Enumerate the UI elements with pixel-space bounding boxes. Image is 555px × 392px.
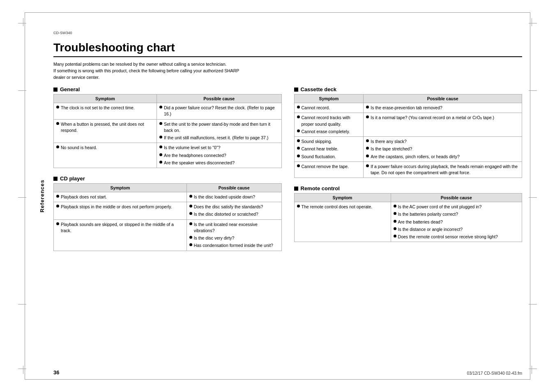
table-row: Cannot record. Is the erase-prevention t…: [294, 103, 522, 113]
bullet-icon: [159, 136, 162, 138]
bullet-icon: [159, 161, 162, 164]
cassette-cause-3: Is there any slack? Is the tape stretche…: [364, 137, 522, 162]
bullet-icon: [189, 212, 192, 215]
general-table: Symptom Possible cause The clock is not …: [53, 94, 282, 168]
bullet-icon: [56, 222, 59, 225]
bullet-icon: [366, 106, 369, 108]
bullet-icon: [366, 154, 369, 157]
remote-section: Remote control Symptom Possible cause: [294, 185, 523, 242]
bullet-icon: [189, 195, 192, 198]
border-bottom: [25, 379, 530, 380]
border-left: [25, 12, 25, 380]
remote-icon: [294, 187, 298, 191]
remote-symptom-1: The remote control does not operate.: [294, 202, 391, 242]
general-title: General: [60, 86, 80, 92]
cd-cause-1: Is the disc loaded upside down?: [187, 192, 281, 202]
cassette-header: Cassette deck: [294, 86, 523, 92]
bullet-icon: [189, 205, 192, 208]
cassette-cause-4: If a power failure occurs during playbac…: [364, 161, 522, 178]
cassette-symptom-1: Cannot record.: [294, 103, 364, 113]
table-row: Sound skipping. Cannot hear treble. Soun…: [294, 137, 522, 162]
table-row: The remote control does not operate. Is …: [294, 202, 522, 242]
cassette-symptom-2: Cannot record tracks with proper sound q…: [294, 113, 364, 137]
general-cause-3: Is the volume level set to "0"? Are the …: [157, 143, 281, 168]
bullet-icon: [56, 205, 59, 208]
remote-cause-1: Is the AC power cord of the unit plugged…: [391, 202, 522, 242]
bullet-icon: [394, 220, 396, 223]
general-header: General: [53, 86, 282, 92]
bullet-icon: [297, 106, 300, 108]
cd-player-table: Symptom Possible cause Playback does not…: [53, 183, 282, 251]
remote-symptom-header: Symptom: [294, 194, 391, 202]
content-columns: General Symptom Possible cause: [53, 86, 522, 258]
bullet-icon: [366, 139, 369, 142]
bullet-icon: [56, 106, 59, 108]
cassette-symptom-header: Symptom: [294, 95, 364, 103]
bullet-icon: [189, 243, 192, 246]
bullet-icon: [394, 227, 396, 230]
cd-symptom-3: Playback sounds are skipped, or stopped …: [54, 219, 187, 251]
table-row: Playback sounds are skipped, or stopped …: [54, 219, 282, 251]
bullet-icon: [56, 122, 59, 125]
footer-date: 03/12/17 CD-SW340 02-43.fm: [467, 371, 522, 376]
side-mark: [18, 197, 26, 198]
intro-line1: Many potential problems can be resolved …: [53, 62, 226, 67]
cassette-icon: [294, 88, 298, 92]
cassette-cause-1: Is the erase-prevention tab removed?: [364, 103, 522, 113]
table-row: The clock is not set to the correct time…: [54, 103, 282, 119]
bullet-icon: [297, 115, 300, 118]
border-right: [530, 12, 530, 380]
bullet-icon: [189, 236, 192, 239]
bullet-icon: [56, 195, 59, 198]
sidebar-label: References: [39, 180, 45, 212]
general-symptom-header: Symptom: [54, 95, 157, 103]
general-icon: [53, 88, 58, 92]
intro-line2: If something is wrong with this product,…: [53, 68, 239, 80]
side-mark: [18, 90, 26, 91]
bullet-icon: [366, 115, 369, 118]
cd-symptom-header: Symptom: [54, 184, 187, 192]
side-mark: [529, 304, 537, 304]
right-column: Cassette deck Symptom Possible cause: [294, 86, 523, 258]
cd-cause-2: Does the disc satisfy the standards? Is …: [187, 202, 281, 219]
cassette-symptom-3: Sound skipping. Cannot hear treble. Soun…: [294, 137, 364, 162]
table-row: Playback stops in the middle or does not…: [54, 202, 282, 219]
cd-player-icon: [53, 177, 58, 181]
corner-mark: [532, 18, 532, 26]
bullet-icon: [366, 147, 369, 150]
side-mark: [529, 197, 537, 198]
corner-mark: [23, 366, 23, 374]
bullet-icon: [297, 129, 300, 132]
bullet-icon: [297, 147, 300, 150]
bullet-icon: [297, 139, 300, 142]
bullet-icon: [159, 153, 162, 156]
remote-table: Symptom Possible cause The remote contro…: [294, 193, 523, 242]
product-code: CD-SW340: [53, 31, 72, 35]
table-row: Cannot record tracks with proper sound q…: [294, 113, 522, 137]
table-row: Cannot remove the tape. If a power failu…: [294, 161, 522, 178]
intro-text: Many potential problems can be resolved …: [53, 61, 251, 81]
bullet-icon: [159, 145, 162, 148]
general-symptom-1: The clock is not set to the correct time…: [54, 103, 157, 119]
general-cause-header: Possible cause: [157, 95, 281, 103]
bullet-icon: [394, 212, 396, 215]
corner-mark: [529, 369, 537, 369]
bullet-icon: [394, 205, 396, 208]
cassette-section: Cassette deck Symptom Possible cause: [294, 86, 523, 178]
cd-player-header: CD player: [53, 175, 282, 182]
bullet-icon: [159, 106, 162, 108]
cd-cause-3: Is the unit located near excessive vibra…: [187, 219, 281, 251]
bullet-icon: [366, 164, 369, 167]
cd-cause-header: Possible cause: [187, 184, 281, 192]
general-symptom-2: When a button is pressed, the unit does …: [54, 119, 157, 143]
remote-cause-header: Possible cause: [391, 194, 522, 202]
bullet-icon: [159, 122, 162, 125]
bullet-icon: [297, 164, 300, 167]
bullet-icon: [56, 145, 59, 148]
main-content: Troubleshooting chart Many potential pro…: [53, 41, 522, 359]
general-section: General Symptom Possible cause: [53, 86, 282, 168]
corner-mark: [532, 366, 532, 374]
cassette-cause-2: Is it a normal tape? (You cannot record …: [364, 113, 522, 137]
cassette-symptom-4: Cannot remove the tape.: [294, 161, 364, 178]
side-mark: [529, 90, 537, 91]
